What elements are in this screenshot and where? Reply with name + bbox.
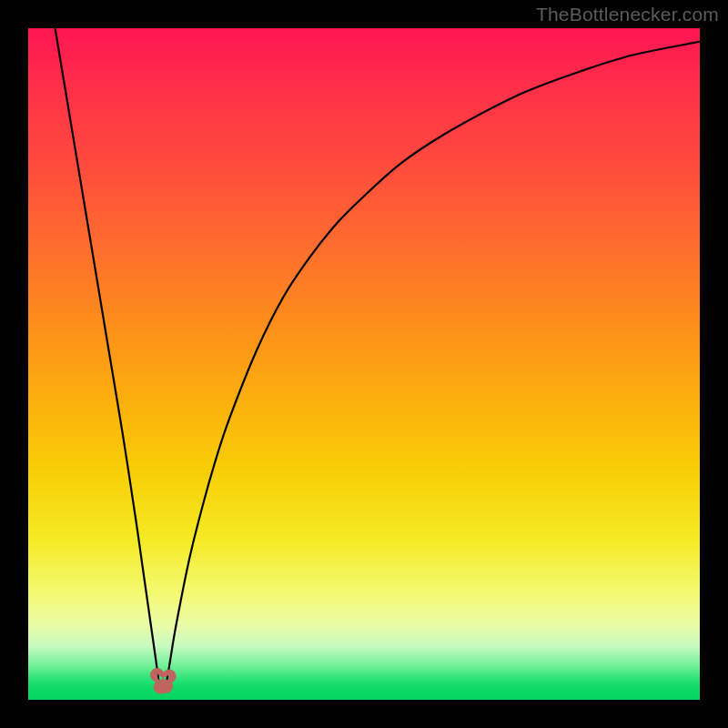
chart-frame: TheBottleneсker.com: [0, 0, 728, 728]
chart-svg: [28, 28, 700, 700]
curve-marker: [151, 668, 177, 693]
bottleneck-curve: [56, 28, 700, 690]
chart-plot-area: [28, 28, 700, 700]
watermark-text: TheBottleneсker.com: [536, 4, 719, 25]
